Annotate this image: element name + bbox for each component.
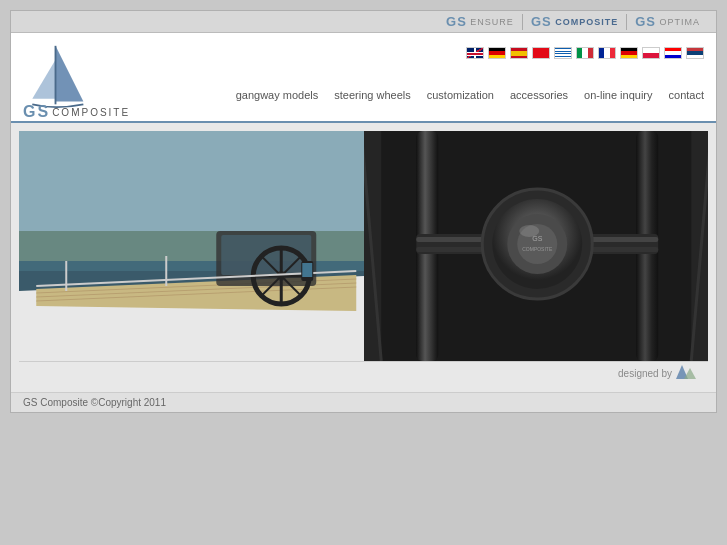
designed-by-text: designed by xyxy=(618,368,672,379)
flag-hr[interactable] xyxy=(664,47,682,59)
footer: GS Composite ©Copyright 2011 xyxy=(11,392,716,412)
flags-row xyxy=(466,47,704,59)
svg-text:COMPOSITE: COMPOSITE xyxy=(522,246,553,252)
boat-image xyxy=(19,131,364,361)
header: GS COMPOSITE xyxy=(11,33,716,123)
header-top: GS COMPOSITE xyxy=(23,41,704,121)
flag-fr[interactable] xyxy=(598,47,616,59)
designed-by-bar: designed by xyxy=(19,361,708,384)
brand-gs-optima[interactable]: GS OPTIMA xyxy=(627,14,708,30)
flag-es[interactable] xyxy=(510,47,528,59)
logo-text: GS COMPOSITE xyxy=(23,103,130,121)
image-container: GS COMPOSITE xyxy=(19,131,708,361)
svg-marker-41 xyxy=(684,368,696,379)
brand-gs-ensure[interactable]: GS ENSURE xyxy=(438,14,523,30)
copyright-text: GS Composite ©Copyright 2011 xyxy=(23,397,166,408)
nav-item-contact[interactable]: contact xyxy=(669,89,704,101)
designer-logo xyxy=(676,365,700,381)
nav-item-customization[interactable]: customization xyxy=(427,89,494,101)
flag-de2[interactable] xyxy=(620,47,638,59)
boat-scene xyxy=(19,131,364,361)
brand-gs-composite[interactable]: GS COMPOSITE xyxy=(523,14,627,30)
nav-menu: gangway models steering wheels customiza… xyxy=(236,89,704,101)
svg-marker-0 xyxy=(56,46,84,102)
svg-point-39 xyxy=(519,225,539,237)
nav-item-accessories[interactable]: accessories xyxy=(510,89,568,101)
logo-area: GS COMPOSITE xyxy=(23,41,130,121)
logo-gs-text: GS xyxy=(23,103,50,121)
brand-list: GS ENSURE GS COMPOSITE GS OPTIMA xyxy=(438,14,708,30)
page-wrapper: GS ENSURE GS COMPOSITE GS OPTIMA xyxy=(10,10,717,413)
flag-rs[interactable] xyxy=(686,47,704,59)
sail-logo-icon xyxy=(23,41,88,111)
top-bar: GS ENSURE GS COMPOSITE GS OPTIMA xyxy=(11,11,716,33)
nav-item-online-inquiry[interactable]: on-line inquiry xyxy=(584,89,652,101)
main-content: GS COMPOSITE designed by xyxy=(19,131,708,384)
flag-it[interactable] xyxy=(576,47,594,59)
gangway-scene: GS COMPOSITE xyxy=(364,131,709,361)
flag-gr[interactable] xyxy=(554,47,572,59)
designer-logo-icon xyxy=(676,365,700,379)
gangway-scene-svg: GS COMPOSITE xyxy=(364,131,709,361)
nav-item-steering-wheels[interactable]: steering wheels xyxy=(334,89,410,101)
svg-rect-22 xyxy=(302,263,312,277)
flag-pl[interactable] xyxy=(642,47,660,59)
flag-tr[interactable] xyxy=(532,47,550,59)
nav-item-gangway-models[interactable]: gangway models xyxy=(236,89,319,101)
nav-area: gangway models steering wheels customiza… xyxy=(236,41,704,109)
boat-scene-svg xyxy=(19,131,364,361)
flag-uk[interactable] xyxy=(466,47,484,59)
flag-de[interactable] xyxy=(488,47,506,59)
logo-composite-text: COMPOSITE xyxy=(52,107,130,118)
svg-marker-1 xyxy=(32,60,55,99)
gangway-image: GS COMPOSITE xyxy=(364,131,709,361)
